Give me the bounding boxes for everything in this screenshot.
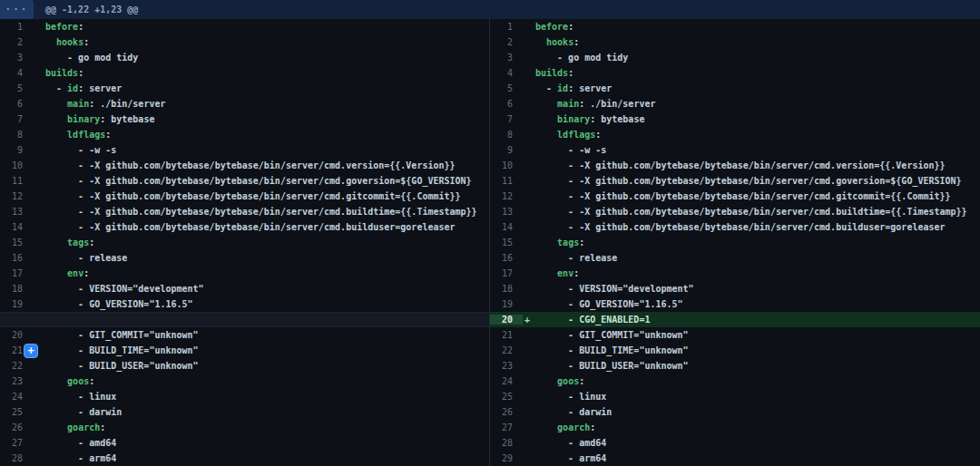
line-number[interactable]: 15 [0, 238, 33, 248]
line-number[interactable]: 4 [0, 68, 33, 78]
line-number[interactable]: 7 [0, 114, 33, 124]
add-comment-button[interactable]: + [24, 344, 38, 358]
diff-row: 4builds: [0, 65, 489, 81]
diff-row: 19 - GO_VERSION="1.16.5" [490, 296, 980, 312]
line-number[interactable]: 22 [0, 361, 33, 371]
line-number[interactable]: 16 [0, 253, 33, 263]
line-number[interactable]: 28 [0, 453, 33, 463]
line-number[interactable]: 8 [0, 130, 33, 140]
line-number[interactable]: 26 [490, 407, 523, 417]
diff-row: 6 main: ./bin/server [0, 96, 489, 112]
diff-row: 28 - amd64 [490, 435, 980, 451]
line-number[interactable]: 18 [490, 284, 523, 294]
line-number[interactable]: 2 [0, 37, 33, 47]
diff-row: 21 - GIT_COMMIT="unknown" [490, 327, 980, 343]
diff-header-bar: ... @@ -1,22 +1,23 @@ [0, 0, 980, 19]
diff-row: 14 - -X github.com/bytebase/bytebase/bin… [0, 219, 489, 235]
line-number[interactable]: 5 [0, 83, 33, 93]
line-content: - -X github.com/bytebase/bytebase/bin/se… [535, 160, 946, 170]
line-content: - go mod tidy [535, 53, 628, 63]
diff-row: 14 - -X github.com/bytebase/bytebase/bin… [490, 219, 980, 235]
line-number[interactable]: 26 [0, 422, 33, 432]
diff-row: 27 - amd64 [0, 435, 489, 451]
diff-row: 25 - darwin [0, 404, 489, 420]
line-number[interactable]: 22 [490, 345, 523, 355]
line-content: - GO_VERSION="1.16.5" [535, 299, 683, 309]
line-number[interactable]: 16 [490, 253, 523, 263]
line-number[interactable]: 15 [490, 238, 523, 248]
diff-row: 29 - arm64 [490, 451, 980, 466]
line-number[interactable]: 14 [490, 222, 523, 232]
line-content: - BUILD_USER="unknown" [535, 361, 689, 371]
line-number[interactable]: 23 [490, 361, 523, 371]
line-number[interactable]: 11 [490, 176, 523, 186]
line-number[interactable]: 3 [0, 53, 33, 63]
line-number[interactable]: 11 [0, 176, 33, 186]
line-number[interactable]: 28 [490, 438, 523, 448]
line-content: - go mod tidy [45, 53, 138, 63]
line-content: - id: server [535, 83, 612, 93]
line-number[interactable]: 12 [490, 191, 523, 201]
line-number[interactable]: 1 [0, 22, 33, 32]
line-number[interactable]: 5 [490, 83, 523, 93]
expand-diff-button[interactable]: ... [0, 0, 34, 19]
line-number[interactable]: 20 [490, 315, 523, 325]
diff-row: 18 - VERSION="development" [0, 281, 489, 296]
line-content: env: [45, 268, 89, 278]
line-number[interactable]: 9 [0, 145, 33, 155]
line-number[interactable]: 6 [490, 99, 523, 109]
line-number[interactable]: 25 [0, 407, 33, 417]
line-number[interactable]: 7 [490, 114, 523, 124]
line-number[interactable]: 13 [490, 207, 523, 217]
line-number[interactable]: 25 [490, 392, 523, 402]
line-number[interactable]: 21 [490, 330, 523, 340]
line-content: - -X github.com/bytebase/bytebase/bin/se… [535, 222, 946, 232]
diff-row: 16 - release [0, 250, 489, 266]
diff-row: 7 binary: bytebase [0, 112, 489, 127]
diff-row: 9 - -w -s [0, 142, 489, 158]
line-content: ldflags: [535, 130, 601, 140]
line-content: - -w -s [535, 145, 606, 155]
line-number[interactable]: 9 [490, 145, 523, 155]
line-number[interactable]: 13 [0, 207, 33, 217]
line-number[interactable]: 19 [490, 299, 523, 309]
line-number[interactable]: 24 [490, 376, 523, 386]
line-content: - CGO_ENABLED=1 [535, 315, 650, 325]
line-content: - GIT_COMMIT="unknown" [45, 330, 199, 340]
line-number[interactable]: 17 [0, 268, 33, 278]
line-number[interactable]: 27 [0, 438, 33, 448]
line-number[interactable]: 6 [0, 99, 33, 109]
line-number[interactable]: 10 [0, 160, 33, 170]
line-content: - -X github.com/bytebase/bytebase/bin/se… [45, 191, 461, 201]
line-number[interactable]: 29 [490, 453, 523, 463]
diff-row: 19 - GO_VERSION="1.16.5" [0, 296, 489, 312]
line-number[interactable]: 8 [490, 130, 523, 140]
line-number[interactable]: 17 [490, 268, 523, 278]
line-number[interactable]: 14 [0, 222, 33, 232]
line-number[interactable]: 19 [0, 299, 33, 309]
line-number[interactable]: 10 [490, 160, 523, 170]
line-content: binary: bytebase [535, 114, 644, 124]
line-number[interactable]: 1 [490, 22, 523, 32]
line-content: - id: server [45, 83, 122, 93]
line-number[interactable]: 24 [0, 392, 33, 402]
line-number[interactable]: 12 [0, 191, 33, 201]
diff-row: 28 - arm64 [0, 451, 489, 466]
line-number[interactable]: 20 [0, 330, 33, 340]
split-diff-viewer: ... @@ -1,22 +1,23 @@ 1before:2 hooks:3 … [0, 0, 980, 466]
line-content: - darwin [535, 407, 612, 417]
line-number[interactable]: 23 [0, 376, 33, 386]
line-content: - BUILD_TIME="unknown" [535, 345, 689, 355]
diff-row: 26 - darwin [490, 404, 980, 420]
line-number[interactable]: 2 [490, 37, 523, 47]
diff-row: 8 ldflags: [0, 127, 489, 142]
line-content: - VERSION="development" [535, 284, 694, 294]
line-content: - linux [45, 392, 116, 402]
line-content: - -X github.com/bytebase/bytebase/bin/se… [535, 191, 951, 201]
old-code-pane: 1before:2 hooks:3 - go mod tidy4builds:5… [0, 19, 490, 466]
line-content: builds: [535, 68, 573, 78]
line-number[interactable]: 27 [490, 422, 523, 432]
line-number[interactable]: 18 [0, 284, 33, 294]
line-number[interactable]: 4 [490, 68, 523, 78]
line-number[interactable]: 3 [490, 53, 523, 63]
